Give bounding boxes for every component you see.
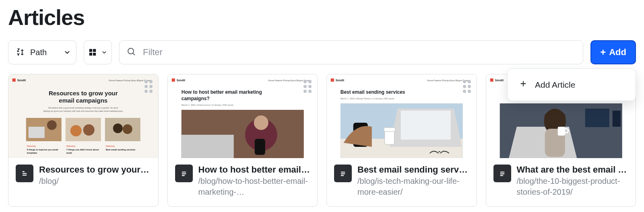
svg-text:Marketing: Marketing	[27, 145, 36, 147]
svg-rect-66	[341, 173, 345, 174]
svg-rect-1	[93, 49, 96, 52]
add-article-menu-item[interactable]: Add Article	[508, 72, 636, 97]
svg-text:email campaigns: email campaigns	[59, 97, 107, 104]
svg-rect-82	[500, 175, 503, 176]
svg-point-21	[123, 124, 132, 134]
svg-text:7 things you didn't know about: 7 things you didn't know about	[66, 148, 99, 151]
document-icon	[16, 165, 33, 182]
add-button-label: Add	[609, 47, 626, 58]
svg-text:Sendit: Sendit	[336, 79, 345, 82]
view-toggle-button[interactable]	[84, 40, 112, 64]
svg-rect-69	[490, 78, 493, 82]
card-path: /blog/how-to-host-better-email-marketing…	[198, 176, 310, 198]
card-title: Resources to grow your e…	[39, 165, 151, 175]
page-title: Articles	[8, 5, 636, 30]
svg-rect-0	[89, 49, 92, 52]
svg-rect-67	[341, 175, 344, 176]
card-path: /blog/is-tech-making-our-life-more-easie…	[357, 176, 469, 198]
svg-text:Sendit: Sendit	[176, 79, 185, 82]
chevron-down-icon	[101, 49, 107, 56]
svg-point-18	[83, 124, 95, 136]
svg-text:Marketing: Marketing	[66, 145, 75, 147]
svg-rect-6	[12, 78, 16, 82]
svg-rect-19	[105, 118, 140, 141]
svg-text:email: email	[66, 152, 72, 154]
svg-rect-31	[23, 173, 27, 174]
card-thumbnail: Sendit Home Feature Pricing About Blog ▾…	[168, 74, 318, 158]
chevron-down-icon	[63, 48, 71, 56]
sort-label: Path	[30, 48, 47, 57]
svg-point-4	[128, 48, 134, 54]
add-article-label: Add Article	[535, 80, 575, 90]
card-path: /blog/	[39, 176, 151, 187]
svg-rect-63	[384, 128, 395, 132]
drag-handle-icon[interactable]	[303, 80, 312, 93]
svg-rect-81	[500, 173, 504, 174]
svg-rect-80	[500, 172, 504, 173]
svg-text:Best email sending services: Best email sending services	[106, 148, 136, 151]
svg-rect-65	[341, 172, 345, 173]
sort-az-icon	[16, 47, 26, 58]
svg-text:How to host better email marke: How to host better email marketing	[181, 89, 262, 95]
card-title: Best email sending servi…	[357, 165, 469, 175]
svg-rect-2	[89, 53, 92, 56]
document-icon	[175, 165, 193, 182]
svg-rect-48	[182, 172, 186, 173]
card-meta: Resources to grow your e… /blog/	[8, 158, 158, 206]
svg-text:Best email sending services: Best email sending services	[341, 89, 405, 95]
svg-rect-43	[181, 135, 233, 158]
card-title: How to host better email…	[198, 165, 310, 175]
svg-rect-50	[182, 175, 185, 176]
svg-text:Sendit: Sendit	[17, 79, 26, 82]
svg-text:Resources to grow your: Resources to grow your	[49, 90, 118, 97]
svg-text:March 7, 2022   |   Ariana Gro: March 7, 2022 | Ariana Grout | 3 minutes…	[181, 104, 233, 106]
card-thumbnail: Sendit Home Feature Pricing About Blog ▾…	[327, 74, 477, 158]
card-meta: Best email sending servi… /blog/is-tech-…	[327, 158, 477, 206]
article-card[interactable]: Sendit Home Feature Pricing About Blog ▾…	[326, 74, 477, 207]
svg-rect-46	[254, 139, 265, 155]
svg-rect-52	[331, 78, 334, 82]
svg-text:5 things to improve you email: 5 things to improve you email	[27, 148, 58, 151]
card-meta: What are the best email … /blog/the-10-b…	[486, 158, 636, 206]
filter-input[interactable]	[119, 40, 583, 64]
svg-text:templates: templates	[27, 152, 37, 154]
card-title: What are the best email …	[517, 165, 629, 175]
plus-icon	[519, 79, 528, 90]
svg-point-15	[47, 120, 57, 130]
svg-point-17	[70, 125, 82, 136]
svg-rect-62	[385, 130, 394, 144]
search-wrap	[119, 40, 583, 64]
search-icon	[126, 47, 136, 58]
document-icon	[334, 165, 352, 182]
svg-text:helping you grow your business: helping you grow your business with tool…	[43, 110, 123, 112]
sort-button[interactable]: Path	[8, 40, 76, 64]
plus-icon: +	[600, 47, 606, 57]
svg-rect-14	[29, 127, 45, 138]
svg-rect-49	[182, 173, 186, 174]
svg-rect-3	[93, 53, 96, 56]
svg-marker-74	[508, 127, 577, 158]
grid-view-icon	[88, 48, 97, 57]
svg-rect-73	[612, 111, 620, 127]
article-card[interactable]: Sendit Home Feature Pricing About Blog ▾…	[167, 74, 318, 207]
svg-text:campaigns?: campaigns?	[181, 96, 209, 101]
svg-point-45	[254, 115, 268, 130]
svg-rect-72	[585, 109, 609, 127]
svg-rect-35	[171, 78, 175, 82]
drag-handle-icon[interactable]	[144, 80, 153, 93]
article-card[interactable]: Sendit Home Feature Pricing About Blog ▾…	[8, 74, 159, 207]
svg-rect-32	[23, 175, 27, 175]
svg-text:March 7, 2022   |   Woody Pars: March 7, 2022 | Woody Parson | 3 minutes…	[341, 97, 394, 100]
add-button[interactable]: + Add	[590, 40, 636, 64]
document-icon	[493, 165, 511, 182]
svg-point-20	[113, 123, 123, 133]
toolbar: Path + Add Add Article	[8, 40, 636, 64]
card-meta: How to host better email… /blog/how-to-h…	[168, 158, 318, 206]
svg-text:Marketing: Marketing	[106, 145, 115, 147]
drag-handle-icon[interactable]	[463, 80, 471, 93]
svg-rect-33	[23, 171, 25, 172]
svg-text:Sendit: Sendit	[495, 79, 504, 82]
add-dropdown: Add Article	[507, 68, 636, 101]
card-path: /blog/the-10-biggest-product-stories-of-…	[517, 176, 629, 198]
svg-text:We believe that a good email m: We believe that a good email marketing s…	[48, 107, 118, 109]
